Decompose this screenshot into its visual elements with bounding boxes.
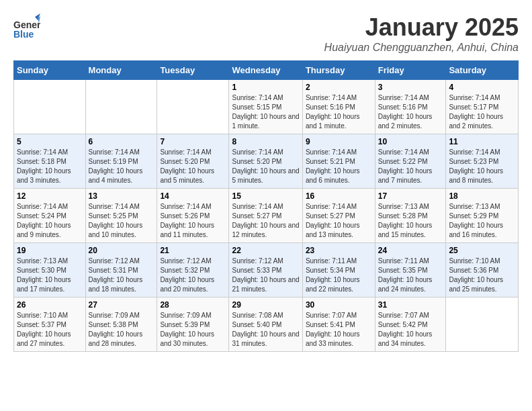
calendar-cell [157, 80, 229, 134]
header: General Blue January 2025 Huaiyuan Cheng… [13, 13, 519, 54]
day-number: 11 [449, 137, 515, 146]
day-info: Sunrise: 7:13 AMSunset: 5:29 PMDaylight:… [449, 202, 515, 240]
day-number: 6 [89, 137, 154, 146]
calendar-cell: 10Sunrise: 7:14 AMSunset: 5:22 PMDayligh… [375, 134, 446, 189]
day-number: 25 [449, 246, 515, 255]
day-info: Sunrise: 7:14 AMSunset: 5:25 PMDaylight:… [89, 202, 154, 240]
header-saturday: Saturday [446, 61, 519, 80]
day-info: Sunrise: 7:14 AMSunset: 5:20 PMDaylight:… [232, 148, 299, 185]
day-info: Sunrise: 7:14 AMSunset: 5:17 PMDaylight:… [449, 93, 515, 131]
day-info: Sunrise: 7:14 AMSunset: 5:16 PMDaylight:… [378, 93, 443, 131]
day-number: 12 [17, 191, 83, 201]
day-info: Sunrise: 7:11 AMSunset: 5:35 PMDaylight:… [378, 257, 443, 294]
calendar-cell [14, 80, 86, 134]
calendar-cell: 1Sunrise: 7:14 AMSunset: 5:15 PMDaylight… [229, 80, 302, 134]
day-number: 3 [378, 83, 443, 92]
day-info: Sunrise: 7:14 AMSunset: 5:18 PMDaylight:… [17, 148, 83, 185]
calendar-cell: 30Sunrise: 7:07 AMSunset: 5:41 PMDayligh… [302, 298, 375, 352]
day-info: Sunrise: 7:12 AMSunset: 5:32 PMDaylight:… [160, 257, 226, 294]
location-subtitle: Huaiyuan Chengguanzhen, Anhui, China [324, 42, 519, 54]
day-info: Sunrise: 7:14 AMSunset: 5:15 PMDaylight:… [232, 93, 299, 131]
day-number: 14 [160, 191, 226, 201]
calendar-cell: 4Sunrise: 7:14 AMSunset: 5:17 PMDaylight… [446, 80, 519, 134]
day-number: 30 [306, 300, 372, 310]
day-number: 15 [232, 191, 299, 201]
calendar-cell: 19Sunrise: 7:13 AMSunset: 5:30 PMDayligh… [14, 243, 86, 298]
day-number: 7 [160, 137, 226, 146]
day-number: 23 [306, 246, 372, 255]
day-number: 28 [160, 300, 226, 310]
header-sunday: Sunday [14, 61, 86, 80]
calendar-cell: 15Sunrise: 7:14 AMSunset: 5:27 PMDayligh… [229, 189, 302, 243]
day-number: 17 [378, 191, 443, 201]
calendar-cell: 11Sunrise: 7:14 AMSunset: 5:23 PMDayligh… [446, 134, 519, 189]
day-info: Sunrise: 7:14 AMSunset: 5:26 PMDaylight:… [160, 202, 226, 240]
day-info: Sunrise: 7:14 AMSunset: 5:23 PMDaylight:… [449, 148, 515, 185]
day-info: Sunrise: 7:12 AMSunset: 5:33 PMDaylight:… [232, 257, 299, 294]
day-info: Sunrise: 7:11 AMSunset: 5:34 PMDaylight:… [306, 257, 372, 294]
header-monday: Monday [85, 61, 157, 80]
day-info: Sunrise: 7:10 AMSunset: 5:36 PMDaylight:… [449, 257, 515, 294]
calendar-cell: 7Sunrise: 7:14 AMSunset: 5:20 PMDaylight… [157, 134, 229, 189]
calendar-cell: 18Sunrise: 7:13 AMSunset: 5:29 PMDayligh… [446, 189, 519, 243]
day-info: Sunrise: 7:10 AMSunset: 5:37 PMDaylight:… [17, 311, 83, 349]
week-row-5: 26Sunrise: 7:10 AMSunset: 5:37 PMDayligh… [14, 298, 519, 352]
day-number: 9 [306, 137, 372, 146]
day-number: 21 [160, 246, 226, 255]
calendar-table: Sunday Monday Tuesday Wednesday Thursday… [13, 60, 519, 352]
calendar-cell: 25Sunrise: 7:10 AMSunset: 5:36 PMDayligh… [446, 243, 519, 298]
calendar-cell: 5Sunrise: 7:14 AMSunset: 5:18 PMDaylight… [14, 134, 86, 189]
day-number: 31 [378, 300, 443, 310]
day-info: Sunrise: 7:14 AMSunset: 5:19 PMDaylight:… [89, 148, 154, 185]
day-info: Sunrise: 7:07 AMSunset: 5:41 PMDaylight:… [306, 311, 372, 349]
month-title: January 2025 [324, 13, 519, 42]
logo: General Blue [13, 13, 43, 46]
week-row-2: 5Sunrise: 7:14 AMSunset: 5:18 PMDaylight… [14, 134, 519, 189]
day-number: 2 [306, 83, 372, 92]
calendar-cell: 31Sunrise: 7:07 AMSunset: 5:42 PMDayligh… [375, 298, 446, 352]
day-info: Sunrise: 7:13 AMSunset: 5:30 PMDaylight:… [17, 257, 83, 294]
week-row-3: 12Sunrise: 7:14 AMSunset: 5:24 PMDayligh… [14, 189, 519, 243]
week-row-1: 1Sunrise: 7:14 AMSunset: 5:15 PMDaylight… [14, 80, 519, 134]
header-wednesday: Wednesday [229, 61, 302, 80]
day-number: 22 [232, 246, 299, 255]
header-friday: Friday [375, 61, 446, 80]
day-info: Sunrise: 7:14 AMSunset: 5:22 PMDaylight:… [378, 148, 443, 185]
header-thursday: Thursday [302, 61, 375, 80]
day-info: Sunrise: 7:14 AMSunset: 5:24 PMDaylight:… [17, 202, 83, 240]
calendar-cell: 20Sunrise: 7:12 AMSunset: 5:31 PMDayligh… [85, 243, 157, 298]
day-number: 26 [17, 300, 83, 310]
day-info: Sunrise: 7:14 AMSunset: 5:27 PMDaylight:… [232, 202, 299, 240]
calendar-cell [446, 298, 519, 352]
calendar-cell: 2Sunrise: 7:14 AMSunset: 5:16 PMDaylight… [302, 80, 375, 134]
day-info: Sunrise: 7:08 AMSunset: 5:40 PMDaylight:… [232, 311, 299, 349]
day-number: 5 [17, 137, 83, 146]
calendar-cell: 8Sunrise: 7:14 AMSunset: 5:20 PMDaylight… [229, 134, 302, 189]
day-info: Sunrise: 7:12 AMSunset: 5:31 PMDaylight:… [89, 257, 154, 294]
weekday-header-row: Sunday Monday Tuesday Wednesday Thursday… [14, 61, 519, 80]
title-section: January 2025 Huaiyuan Chengguanzhen, Anh… [324, 13, 519, 54]
day-number: 24 [378, 246, 443, 255]
day-info: Sunrise: 7:09 AMSunset: 5:39 PMDaylight:… [160, 311, 226, 349]
day-info: Sunrise: 7:14 AMSunset: 5:27 PMDaylight:… [306, 202, 372, 240]
calendar-cell: 3Sunrise: 7:14 AMSunset: 5:16 PMDaylight… [375, 80, 446, 134]
day-number: 19 [17, 246, 83, 255]
day-number: 29 [232, 300, 299, 310]
day-info: Sunrise: 7:13 AMSunset: 5:28 PMDaylight:… [378, 202, 443, 240]
header-tuesday: Tuesday [157, 61, 229, 80]
day-info: Sunrise: 7:14 AMSunset: 5:20 PMDaylight:… [160, 148, 226, 185]
day-number: 4 [449, 83, 515, 92]
calendar-cell: 26Sunrise: 7:10 AMSunset: 5:37 PMDayligh… [14, 298, 86, 352]
calendar-cell: 13Sunrise: 7:14 AMSunset: 5:25 PMDayligh… [85, 189, 157, 243]
day-number: 8 [232, 137, 299, 146]
svg-text:Blue: Blue [13, 29, 34, 40]
day-number: 20 [89, 246, 154, 255]
logo-bird-icon: General Blue [13, 13, 40, 46]
calendar-cell: 17Sunrise: 7:13 AMSunset: 5:28 PMDayligh… [375, 189, 446, 243]
calendar-cell: 12Sunrise: 7:14 AMSunset: 5:24 PMDayligh… [14, 189, 86, 243]
calendar-cell: 27Sunrise: 7:09 AMSunset: 5:38 PMDayligh… [85, 298, 157, 352]
calendar-cell: 6Sunrise: 7:14 AMSunset: 5:19 PMDaylight… [85, 134, 157, 189]
day-number: 27 [89, 300, 154, 310]
day-number: 18 [449, 191, 515, 201]
calendar-cell: 24Sunrise: 7:11 AMSunset: 5:35 PMDayligh… [375, 243, 446, 298]
